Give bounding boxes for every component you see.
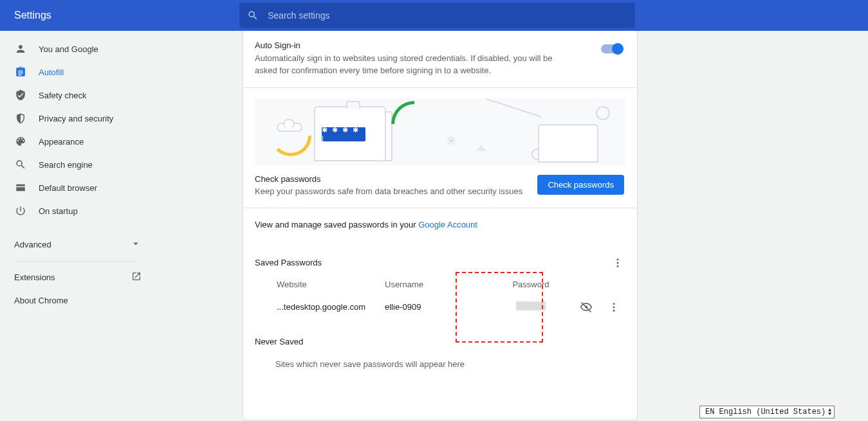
page-title: Settings	[14, 10, 239, 21]
never-saved-label: Never Saved	[243, 321, 637, 353]
svg-point-0	[617, 258, 619, 260]
sidebar-item-label: Search engine	[39, 160, 93, 170]
auto-signin-desc: Automatically sign in to websites using …	[255, 53, 557, 77]
illustration-password-box: ✱ ✱ ✱ ✱ |	[322, 127, 365, 141]
sidebar-item-label: On startup	[39, 206, 78, 216]
palette-icon	[14, 135, 27, 148]
check-passwords-row: Check passwords Keep your passwords safe…	[243, 165, 637, 208]
sidebar-item-search-engine[interactable]: Search engine	[0, 153, 151, 176]
sidebar-item-autofill[interactable]: Autofill	[0, 60, 151, 84]
google-account-link[interactable]: Google Account	[418, 220, 477, 229]
sidebar-advanced-toggle[interactable]: Advanced	[0, 231, 151, 257]
search-icon	[247, 10, 259, 21]
verified-icon	[14, 89, 27, 102]
view-manage-prefix: View and manage saved passwords in your	[255, 220, 418, 229]
search-icon	[14, 158, 27, 171]
sidebar-item-appearance[interactable]: Appearance	[0, 130, 151, 153]
settings-header: Settings	[0, 0, 868, 31]
password-row-site: ...tedesktop.google.com	[277, 302, 385, 312]
settings-sidebar: You and Google Autofill Safety check Pri…	[0, 31, 151, 421]
check-passwords-desc: Keep your passwords safe from data breac…	[255, 186, 522, 196]
check-passwords-title: Check passwords	[255, 174, 522, 184]
svg-point-2	[617, 265, 619, 267]
sidebar-item-label: Autofill	[39, 67, 64, 77]
settings-content-card: Auto Sign-in Automatically sign in to we…	[243, 31, 638, 420]
saved-passwords-menu-button[interactable]	[610, 255, 625, 271]
language-indicator-label: EN English (United States)	[705, 408, 826, 417]
person-icon	[14, 42, 27, 55]
password-table-header: Website Username Password	[243, 276, 637, 293]
sidebar-item-label: Privacy and security	[39, 114, 113, 123]
sidebar-item-label: Default browser	[39, 183, 97, 193]
password-row-username: ellie-0909	[385, 302, 492, 312]
sidebar-item-you-and-google[interactable]: You and Google	[0, 37, 151, 60]
svg-point-4	[613, 303, 615, 305]
language-indicator[interactable]: EN English (United States) ▲▼	[699, 406, 835, 418]
sidebar-item-label: You and Google	[39, 44, 98, 54]
sidebar-item-on-startup[interactable]: On startup	[0, 199, 151, 222]
assignment-icon	[14, 66, 27, 78]
col-username: Username	[385, 280, 492, 289]
sidebar-item-about[interactable]: About Chrome	[0, 289, 151, 312]
password-row-menu-button[interactable]	[602, 300, 625, 315]
sidebar-about-label: About Chrome	[14, 296, 68, 305]
sidebar-advanced-label: Advanced	[14, 240, 51, 249]
shield-icon	[14, 112, 27, 125]
svg-point-6	[613, 309, 615, 311]
svg-point-5	[613, 306, 615, 308]
auto-signin-toggle[interactable]	[601, 44, 622, 53]
check-passwords-button[interactable]: Check passwords	[537, 175, 624, 195]
auto-signin-row: Auto Sign-in Automatically sign in to we…	[243, 31, 637, 88]
sidebar-item-extensions[interactable]: Extensions	[0, 265, 151, 289]
divider	[14, 261, 136, 262]
col-website: Website	[277, 280, 385, 289]
view-manage-row: View and manage saved passwords in your …	[243, 208, 637, 241]
sidebar-item-label: Appearance	[39, 137, 84, 147]
open-in-new-icon	[131, 271, 142, 283]
dropdown-arrows-icon: ▲▼	[828, 408, 831, 416]
power-icon	[14, 204, 27, 217]
auto-signin-title: Auto Sign-in	[255, 40, 557, 50]
sidebar-extensions-label: Extensions	[14, 273, 55, 282]
show-password-button[interactable]	[570, 301, 602, 314]
search-settings[interactable]	[239, 3, 635, 28]
password-row[interactable]: ...tedesktop.google.com ellie-0909	[243, 293, 637, 321]
sidebar-item-safety-check[interactable]: Safety check	[0, 84, 151, 107]
svg-point-1	[617, 262, 619, 264]
sidebar-item-default-browser[interactable]: Default browser	[0, 176, 151, 199]
sidebar-item-label: Safety check	[39, 91, 86, 100]
password-illustration: ✱ ✱ ✱ ✱ | ✳	[255, 98, 625, 165]
sidebar-item-privacy[interactable]: Privacy and security	[0, 107, 151, 130]
saved-passwords-label: Saved Passwords	[255, 258, 322, 267]
never-saved-empty: Sites which never save passwords will ap…	[243, 353, 637, 375]
browser-icon	[14, 181, 27, 194]
search-input[interactable]	[268, 10, 627, 21]
chevron-down-icon	[130, 238, 142, 251]
col-password: Password	[492, 280, 570, 289]
password-row-password	[492, 301, 570, 312]
